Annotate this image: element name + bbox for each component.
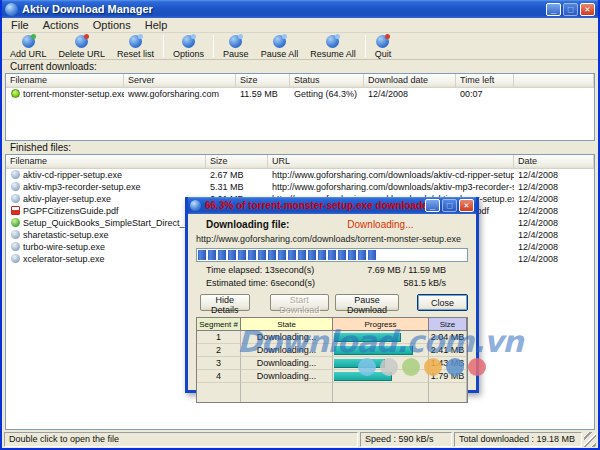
segment-progress-bar: [334, 359, 385, 368]
quit-icon: [376, 35, 389, 48]
app-file-icon: [11, 254, 20, 263]
col-status[interactable]: Status: [290, 74, 364, 87]
seg-col-progress[interactable]: Progress: [333, 318, 429, 331]
options-icon: [182, 35, 195, 48]
segment-state: Downloading...: [241, 344, 333, 357]
resize-grip[interactable]: [584, 432, 596, 447]
pause-icon: [229, 35, 242, 48]
col-server[interactable]: Server: [124, 74, 236, 87]
cell-filename: torrent-monster-setup.exe: [23, 89, 124, 99]
current-downloads-header: Filename Server Size Status Download dat…: [6, 74, 594, 88]
finished-file-row[interactable]: aktiv-cd-ripper-setup.exe 2.67 MB http:/…: [6, 169, 594, 181]
toolbar-separator: [365, 35, 366, 57]
segment-size: 1.43 MB: [429, 357, 467, 370]
col-size[interactable]: Size: [236, 74, 290, 87]
downloading-file-icon: [11, 89, 20, 98]
segment-number: 2: [197, 344, 241, 357]
col-download-date[interactable]: Download date: [364, 74, 456, 87]
cell-server: www.goforsharing.com: [124, 88, 236, 100]
segment-progress-bar: [334, 372, 392, 381]
segment-number: 4: [197, 370, 241, 383]
add-url-button[interactable]: Add URL: [4, 33, 53, 59]
start-download-button[interactable]: Start Download: [270, 294, 330, 311]
current-download-row[interactable]: torrent-monster-setup.exe www.goforshari…: [6, 88, 594, 100]
pause-download-button[interactable]: Pause Download: [335, 294, 399, 311]
dialog-icon: [190, 200, 201, 211]
title-bar[interactable]: Aktiv Download Manager _ □ ✕: [2, 0, 598, 18]
hide-details-button[interactable]: Hide Details: [200, 294, 250, 311]
dialog-minimize-button[interactable]: _: [425, 199, 440, 212]
close-dialog-button[interactable]: Close: [417, 294, 468, 311]
col-size[interactable]: Size: [206, 155, 268, 168]
dialog-close-button[interactable]: ✕: [459, 199, 474, 212]
segment-progress-bar: [334, 346, 413, 355]
col-time-left[interactable]: Time left: [456, 74, 514, 87]
reset-list-icon: [129, 35, 142, 48]
menu-actions[interactable]: Actions: [36, 19, 86, 31]
menu-file[interactable]: File: [4, 19, 36, 31]
maximize-button[interactable]: □: [563, 3, 578, 16]
app-file-icon: [11, 242, 20, 251]
segment-progress-bar: [334, 333, 401, 342]
toolbar: Add URL Delete URL Reset list Options Pa…: [2, 33, 598, 60]
dialog-body: Downloading file: Downloading... http://…: [188, 214, 476, 407]
cell-size: 11.59 MB: [236, 88, 290, 100]
dialog-title: 66.3% of torrent-monster-setup.exe downl…: [205, 200, 425, 211]
delete-url-button[interactable]: Delete URL: [53, 33, 112, 59]
col-url[interactable]: URL: [268, 155, 514, 168]
pause-all-button[interactable]: Pause All: [255, 33, 305, 59]
menu-bar: File Actions Options Help: [2, 18, 598, 33]
dialog-title-bar[interactable]: 66.3% of torrent-monster-setup.exe downl…: [188, 197, 476, 214]
menu-options[interactable]: Options: [86, 19, 138, 31]
col-filler: [514, 74, 594, 87]
status-message: Double click to open the file: [4, 432, 358, 447]
quickbooks-file-icon: [11, 218, 20, 227]
reset-list-button[interactable]: Reset list: [111, 33, 160, 59]
seg-col-state[interactable]: State: [241, 318, 333, 331]
menu-help[interactable]: Help: [138, 19, 175, 31]
resume-all-button[interactable]: Resume All: [304, 33, 362, 59]
downloading-file-label: Downloading file:: [206, 219, 289, 230]
download-progress-dialog: 66.3% of torrent-monster-setup.exe downl…: [185, 197, 479, 393]
minimize-button[interactable]: _: [546, 3, 561, 16]
cell-status: Getting (64.3%): [290, 88, 364, 100]
app-file-icon: [11, 194, 20, 203]
app-window: Aktiv Download Manager _ □ ✕ File Action…: [0, 0, 600, 450]
app-file-icon: [11, 230, 20, 239]
segments-table: Segment # State Progress Size 1 Download…: [196, 317, 468, 403]
status-total-downloaded: Total downloaded : 19.18 MB: [454, 432, 582, 447]
toolbar-separator: [163, 35, 164, 57]
segment-number: 3: [197, 357, 241, 370]
pause-button[interactable]: Pause: [217, 33, 255, 59]
resume-all-icon: [326, 35, 339, 48]
add-url-icon: [22, 35, 35, 48]
segment-state: Downloading...: [241, 331, 333, 344]
pause-all-icon: [273, 35, 286, 48]
col-filename[interactable]: Filename: [6, 155, 206, 168]
quit-button[interactable]: Quit: [369, 33, 398, 59]
delete-url-icon: [75, 35, 88, 48]
current-downloads-list[interactable]: Filename Server Size Status Download dat…: [5, 73, 595, 141]
dialog-maximize-button[interactable]: □: [442, 199, 457, 212]
finished-files-header: Filename Size URL Date: [6, 155, 594, 169]
finished-files-label: Finished files:: [2, 141, 598, 154]
seg-col-size[interactable]: Size: [429, 318, 467, 331]
window-title: Aktiv Download Manager: [22, 3, 546, 15]
options-button[interactable]: Options: [167, 33, 210, 59]
download-progress-bar: [196, 248, 468, 262]
app-file-icon: [11, 182, 20, 191]
col-filename[interactable]: Filename: [6, 74, 124, 87]
status-speed: Speed : 590 kB/s: [360, 432, 452, 447]
segment-size: 2.04 MB: [429, 331, 467, 344]
segment-state: Downloading...: [241, 370, 333, 383]
cell-time-left: 00:07: [456, 88, 514, 100]
seg-col-number[interactable]: Segment #: [197, 318, 241, 331]
pdf-file-icon: [11, 206, 20, 215]
col-date[interactable]: Date: [514, 155, 594, 168]
close-button[interactable]: ✕: [580, 3, 595, 16]
app-icon: [5, 3, 18, 16]
finished-file-row[interactable]: aktiv-mp3-recorder-setup.exe 5.31 MB htt…: [6, 181, 594, 193]
current-downloads-label: Current downloads:: [2, 60, 598, 73]
estimated-time: Estimated time: 6second(s): [206, 278, 356, 288]
segment-size: 2.41 MB: [429, 344, 467, 357]
